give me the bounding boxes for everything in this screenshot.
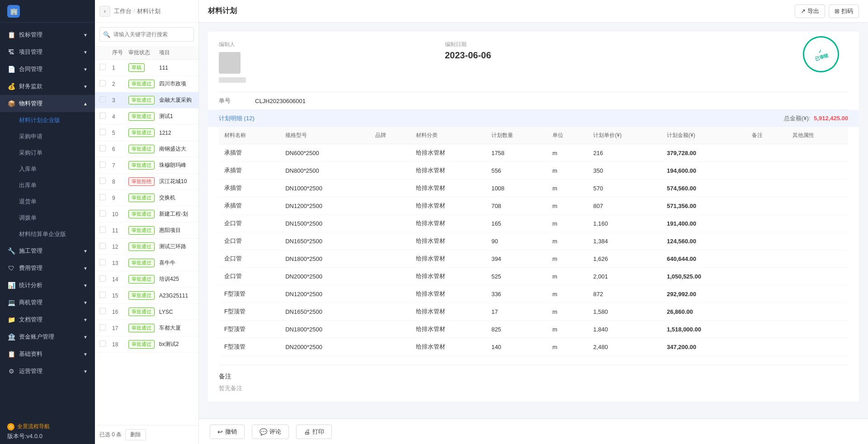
arrow-icon: ▼ (83, 249, 88, 254)
row-checkbox[interactable] (99, 210, 106, 217)
row-checkbox[interactable] (99, 243, 106, 249)
global-nav[interactable]: ⊙ 全景流程导航 (7, 423, 88, 430)
row-checkbox[interactable] (99, 161, 106, 168)
row-project: A23G25111 (159, 293, 194, 299)
search-input[interactable] (99, 27, 194, 42)
td-spec: DN1200*2500 (280, 285, 369, 303)
row-checkbox[interactable] (99, 308, 106, 314)
list-item[interactable]: 11 审批通过 惠阳项目 (95, 222, 198, 239)
print-button[interactable]: 🖨 打印 (296, 425, 332, 439)
sidebar-item-contract-mgmt[interactable]: 📄 合同管理 ▼ (0, 61, 95, 78)
td-brand (370, 197, 410, 215)
table-row: F型顶管 DN1800*2500 给排水管材 825 m 1,840 1,518… (219, 321, 848, 338)
sidebar-item-bid-mgmt[interactable]: 📋 投标管理 ▼ (0, 26, 95, 43)
td-qty: 1758 (486, 144, 547, 162)
td-unit-price: 216 (588, 144, 661, 162)
row-checkbox[interactable] (99, 178, 106, 184)
list-item[interactable]: 13 审批通过 喜牛牛 (95, 255, 198, 271)
row-checkbox[interactable] (99, 324, 106, 331)
list-item[interactable]: 15 审批通过 A23G25111 (95, 288, 198, 304)
td-brand (370, 321, 410, 338)
sidebar-sub-item-material-plan[interactable]: 材料计划 企业版 (0, 112, 95, 128)
row-status: 审批通过 (128, 324, 156, 332)
cancel-button[interactable]: ↩ 撤销 (210, 425, 245, 439)
list-item[interactable]: 9 审批通过 交换机 (95, 190, 198, 206)
list-item[interactable]: 6 审批通过 南钢盛达大 (95, 141, 198, 157)
sidebar-item-stats-analysis[interactable]: 📊 统计分析 ▼ (0, 277, 95, 294)
row-status: 审批通过 (128, 226, 156, 235)
material-mgmt-icon: 📦 (7, 99, 15, 108)
fee-mgmt-icon: 🛡 (7, 264, 15, 272)
row-project: 车都大厦 (159, 324, 194, 332)
sidebar-item-ops-mgmt[interactable]: ⚙ 运营管理 ▼ (0, 363, 95, 380)
list-col-status: 审批状态 (128, 49, 156, 57)
row-status: 审批通过 (128, 80, 156, 88)
row-checkbox[interactable] (99, 96, 106, 103)
row-project: 测试1 (159, 113, 194, 120)
row-checkbox[interactable] (99, 80, 106, 86)
sidebar-item-machine-mgmt[interactable]: 💻 商机管理 ▼ (0, 294, 95, 311)
td-qty: 556 (486, 162, 547, 179)
th-unit-price: 计划单价(¥) (588, 127, 661, 144)
row-checkbox[interactable] (99, 259, 106, 265)
sidebar-item-material-mgmt[interactable]: 📦 物料管理 ▲ (0, 95, 95, 112)
comment-button[interactable]: 💬 评论 (252, 425, 289, 439)
list-item[interactable]: 17 审批通过 车都大厦 (95, 320, 198, 336)
row-checkbox[interactable] (99, 113, 106, 119)
td-brand (370, 232, 410, 250)
row-checkbox[interactable] (99, 227, 106, 233)
row-checkbox[interactable] (99, 194, 106, 200)
sidebar-sub-item-inbound[interactable]: 入库单 (0, 161, 95, 177)
row-checkbox[interactable] (99, 145, 106, 151)
list-item[interactable]: 1 草稿 111 (95, 60, 198, 76)
list-item[interactable]: 18 审批通过 bx测试2 (95, 336, 198, 353)
row-status: 审批通过 (128, 210, 156, 218)
export-button[interactable]: ↗ 导出 (795, 5, 825, 18)
row-checkbox[interactable] (99, 275, 106, 282)
sidebar-sub-item-purchase-order[interactable]: 采购订单 (0, 145, 95, 161)
sidebar-item-basic-data[interactable]: 📋 基础资料 ▼ (0, 345, 95, 363)
single-no-label: 单号 (219, 97, 255, 105)
row-checkbox[interactable] (99, 340, 106, 347)
sidebar-item-finance-monitor[interactable]: 💰 财务监款 ▼ (0, 78, 95, 95)
sidebar-sub-item-label: 出库单 (19, 181, 37, 189)
list-item[interactable]: 7 审批通过 珠穆朗玛峰 (95, 157, 198, 174)
list-item[interactable]: 12 审批通过 测试三环路 (95, 239, 198, 255)
collapse-button[interactable]: ‹ (99, 6, 110, 17)
list-item[interactable]: 4 审批通过 测试1 (95, 109, 198, 125)
list-item[interactable]: 14 审批通过 培训425 (95, 271, 198, 288)
row-checkbox[interactable] (99, 292, 106, 298)
plan-section-title: 计划明细 (12) (219, 114, 255, 123)
sidebar-sub-item-adjust[interactable]: 调拨单 (0, 210, 95, 226)
sidebar-item-construction-mgmt[interactable]: 🔧 施工管理 ▼ (0, 242, 95, 260)
td-total: 347,200.00 (661, 338, 746, 356)
list-item[interactable]: 5 审批通过 1212 (95, 125, 198, 141)
td-note (746, 268, 787, 285)
account-mgmt-icon: 🏦 (7, 333, 15, 341)
td-category: 给排水管材 (410, 197, 486, 215)
sidebar-sub-item-outbound[interactable]: 出库单 (0, 177, 95, 194)
td-unit-price: 350 (588, 162, 661, 179)
sidebar-item-fee-mgmt[interactable]: 🛡 费用管理 ▼ (0, 260, 95, 277)
sidebar-item-project-mgmt[interactable]: 🏗 项目管理 ▼ (0, 43, 95, 61)
td-total: 574,560.00 (661, 179, 746, 197)
list-item[interactable]: 8 审批拒绝 滨江花城10 (95, 174, 198, 190)
list-item[interactable]: 16 审批通过 LYSC (95, 304, 198, 320)
sidebar-sub-item-purchase-apply[interactable]: 采购申请 (0, 128, 95, 145)
row-checkbox[interactable] (99, 129, 106, 135)
sidebar-item-doc-mgmt[interactable]: 📁 文档管理 ▼ (0, 311, 95, 328)
row-checkbox[interactable] (99, 64, 106, 70)
sidebar-item-account-mgmt[interactable]: 🏦 资金账户管理 ▼ (0, 328, 95, 345)
list-item[interactable]: 2 审批通过 四川市政项 (95, 76, 198, 92)
row-status: 审批通过 (128, 96, 156, 104)
list-item[interactable]: 10 审批通过 新建工程-划 (95, 206, 198, 222)
sidebar-sub-item-material-settle[interactable]: 材料结算单 企业版 (0, 226, 95, 242)
notes-content: 暂无备注 (219, 384, 848, 392)
td-brand (370, 215, 410, 232)
delete-button[interactable]: 删除 (125, 429, 146, 440)
scan-button[interactable]: ⊞ 扫码 (829, 5, 859, 18)
arrow-icon: ▼ (83, 67, 88, 72)
sidebar-sub-item-return-goods[interactable]: 退货单 (0, 194, 95, 210)
search-icon: 🔍 (103, 31, 110, 38)
list-item[interactable]: 3 审批通过 金融大厦采购 (95, 92, 198, 109)
